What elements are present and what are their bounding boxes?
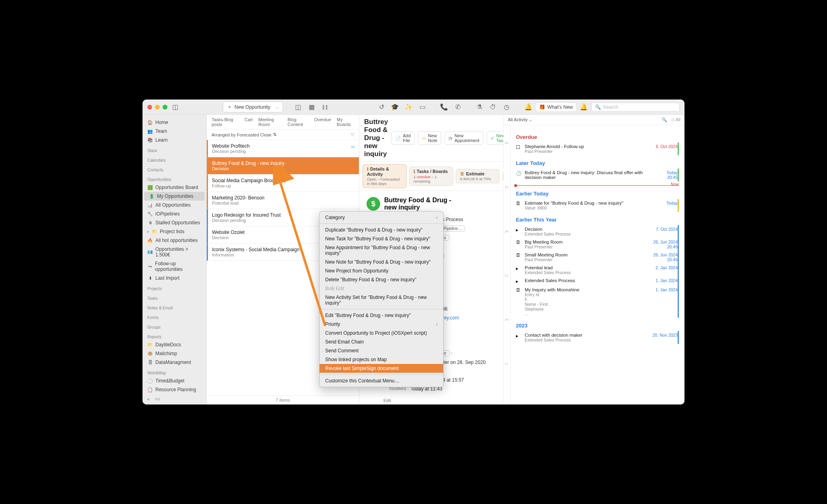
- sidebar-item[interactable]: 💲My Opportunities: [144, 192, 205, 201]
- detail-tab[interactable]: 🗓Estimate6.900,00 € at 70%: [456, 169, 500, 183]
- context-menu-item[interactable]: New Appointment for "Buttrey Food & Drug…: [320, 243, 443, 258]
- search-input[interactable]: 🔍 Search: [591, 103, 680, 112]
- sidebar-section-slack[interactable]: Slack: [143, 144, 206, 154]
- opportunity-row[interactable]: Website ProfitechDecision pending▭: [207, 140, 359, 157]
- activity-item[interactable]: ▸Contact with decision makerExtended Sal…: [516, 331, 679, 344]
- flask-icon[interactable]: ⚗: [475, 103, 484, 112]
- columns-view-icon[interactable]: ◫: [293, 103, 302, 112]
- context-menu-item[interactable]: New Activity Set for "Buttrey Food & Dru…: [320, 293, 443, 307]
- filter-icon[interactable]: ▽: [351, 132, 354, 137]
- sidebar-section-web&map[interactable]: Web&Map: [143, 367, 206, 376]
- context-menu-item[interactable]: Send Email Chain: [320, 337, 443, 346]
- list-tab[interactable]: Blog Content: [287, 117, 308, 127]
- detail-tab[interactable]: ℹDetails & ActivityOpen – Forecasted in …: [363, 164, 407, 188]
- sidebar-item[interactable]: 🔥All hot opportunities: [143, 236, 206, 245]
- board-icon[interactable]: ▭: [418, 103, 427, 112]
- arranged-by-row[interactable]: Arranged by Forecasted Close ⇅ ▽: [207, 130, 359, 140]
- add-file-button[interactable]: 📄Add File: [391, 131, 415, 145]
- grid-view-icon[interactable]: ▦: [307, 103, 316, 112]
- new-note-button[interactable]: ▭New Note: [418, 131, 441, 145]
- search-icon[interactable]: 🔍: [662, 117, 667, 122]
- context-menu-item[interactable]: Convert Opportunity to Project (iOSXpert…: [320, 329, 443, 337]
- context-menu-item[interactable]: Edit "Buttrey Food & Drug - new inquiry": [320, 311, 443, 320]
- sidebar-item[interactable]: 📁DayliteDocs: [143, 340, 206, 349]
- bell-outline-icon[interactable]: 🔔: [524, 103, 533, 112]
- context-menu-item[interactable]: New Project from Opportunity: [320, 266, 443, 275]
- sidebar-section-tasks[interactable]: Tasks: [143, 292, 206, 302]
- notification-bell-icon[interactable]: 🔔: [579, 103, 588, 112]
- sidebar-section-calendars[interactable]: Calendars: [143, 154, 206, 164]
- context-menu-item[interactable]: Show linked projects on Map: [320, 355, 443, 364]
- zoom-window[interactable]: [163, 105, 167, 110]
- sidebar-item[interactable]: ↪Follow-up opportunities: [143, 259, 206, 274]
- sparkle-icon[interactable]: ✨: [404, 103, 413, 112]
- sidebar-section-projects[interactable]: Projects: [143, 282, 206, 292]
- sidebar-item[interactable]: 🔧iOPipelines: [143, 209, 206, 218]
- detail-tab[interactable]: ◎sevdesk: [502, 171, 503, 181]
- activity-item[interactable]: 🗓My Inquiry with MoonshineEntry Id5Name …: [516, 286, 679, 318]
- opportunity-row[interactable]: Marketing 2020- BensonPotential lead: [207, 192, 359, 209]
- list-tab[interactable]: My Boards: [337, 117, 354, 127]
- phone-icon[interactable]: 📞: [440, 103, 448, 112]
- sidebar-item-team[interactable]: 👥Team: [143, 127, 206, 136]
- context-menu-item[interactable]: New Task for "Buttrey Food & Drug - new …: [320, 234, 443, 243]
- add-icon[interactable]: ＋: [146, 396, 151, 403]
- context-menu-item[interactable]: Priority›: [320, 320, 443, 329]
- sidebar-item[interactable]: 🟩Opportunities Board: [143, 183, 206, 192]
- activity-item[interactable]: ▸Extended Sales Process1. Jan 2024: [516, 276, 679, 286]
- detail-tab[interactable]: ℹTasks / Boards1 overdue – 1 remaining: [409, 167, 453, 186]
- new-appointment-button[interactable]: ◷New Appointment: [444, 131, 483, 145]
- activity-item[interactable]: 🕑Buttrey Food & Drug - new inquiry: Disc…: [516, 169, 679, 181]
- new-opportunity-button[interactable]: ＋ New Opportunity ⌵: [223, 102, 283, 112]
- phone-off-icon[interactable]: ✆: [453, 103, 462, 112]
- minimize-window[interactable]: [155, 105, 160, 110]
- activity-item[interactable]: 🗓Small Meeting RoomPaul Presenter26. Jun…: [516, 251, 679, 264]
- calendar-badge-icon[interactable]: ▭: [155, 396, 160, 403]
- list-tab[interactable]: Tasks-Blog posts: [212, 117, 239, 127]
- context-menu-item[interactable]: Send Comment: [320, 346, 443, 355]
- activity-item[interactable]: ☐Stephanie Arnold - Follow-upPaul Presen…: [516, 142, 679, 155]
- list-tab[interactable]: Overdue: [314, 117, 331, 127]
- activity-item[interactable]: 🗓Big Meeting RoomPaul Presenter26. Jun 2…: [516, 238, 679, 251]
- context-menu-item[interactable]: Delete "Buttrey Food & Drug - new inquir…: [320, 275, 443, 284]
- edit-link[interactable]: Edit: [383, 398, 391, 403]
- sidebar-section-reports[interactable]: Reports: [143, 331, 206, 340]
- chart-view-icon[interactable]: ⫿⫿: [321, 103, 330, 112]
- sidebar-item[interactable]: ⏸Stalled Opportunities: [143, 218, 206, 227]
- sidebar-item[interactable]: ⬇Last Import: [143, 274, 206, 282]
- sidebar-item[interactable]: 🕑Time&Budget: [143, 376, 206, 385]
- context-menu-item[interactable]: New Note for "Buttrey Food & Drug - new …: [320, 258, 443, 266]
- activity-all-filter[interactable]: ◇All: [671, 117, 680, 122]
- sidebar-section-contacts[interactable]: Contacts: [143, 164, 206, 173]
- activity-filter[interactable]: All Activity ⌵: [508, 117, 532, 122]
- sidebar-item[interactable]: 🐵Mailchimp: [143, 349, 206, 358]
- whats-new-button[interactable]: 🎁 What's New: [536, 103, 576, 111]
- cap-icon[interactable]: 🎓: [391, 103, 399, 112]
- sidebar-item[interactable]: 🗄DataManagment: [143, 358, 206, 367]
- context-menu-item[interactable]: Category›: [320, 213, 443, 222]
- clock-icon[interactable]: ◷: [502, 103, 511, 112]
- sidebar-section-groups[interactable]: Groups: [143, 321, 206, 331]
- sidebar-item[interactable]: 💶Opportunities > 1.500€: [143, 245, 206, 259]
- timer-icon[interactable]: ⏱: [489, 103, 497, 112]
- activity-item[interactable]: ▸DecisionExtended Sales Process7. Oct 20…: [516, 225, 679, 238]
- sidebar-item[interactable]: 📋Resource Planning: [143, 385, 206, 394]
- activity-item[interactable]: 🗓Estimate for "Buttrey Food & Drug - new…: [516, 199, 679, 212]
- undo-icon[interactable]: ↺: [377, 103, 386, 112]
- sidebar-item-home[interactable]: 🏠Home: [143, 118, 206, 127]
- sidebar-item[interactable]: ▸📁Project lists: [143, 227, 206, 236]
- new-task-button[interactable]: ✓New Task: [487, 131, 504, 145]
- list-tab[interactable]: Carl: [244, 117, 253, 127]
- close-window[interactable]: [147, 105, 152, 110]
- opportunity-row[interactable]: Social Media Campaign BrookfieldFollow-u…: [207, 175, 359, 192]
- sidebar-section-opportunities[interactable]: Opportunities: [143, 173, 206, 183]
- sidebar-item-learn[interactable]: 📚Learn: [143, 136, 206, 144]
- sidebar-toggle-icon[interactable]: ◫: [171, 103, 179, 112]
- sidebar-item[interactable]: 📊All Opportunities: [143, 201, 206, 209]
- activity-item[interactable]: ▸Potential leadExtended Sales Process2. …: [516, 264, 679, 276]
- context-menu-item[interactable]: Customize this Contextual Menu…: [320, 376, 443, 385]
- sidebar-section-notes & email[interactable]: Notes & Email: [143, 302, 206, 311]
- context-menu-item[interactable]: Duplicate "Buttrey Food & Drug - new inq…: [320, 226, 443, 234]
- sidebar-section-forms[interactable]: Forms: [143, 311, 206, 321]
- list-tab[interactable]: Meeting Room: [259, 117, 282, 127]
